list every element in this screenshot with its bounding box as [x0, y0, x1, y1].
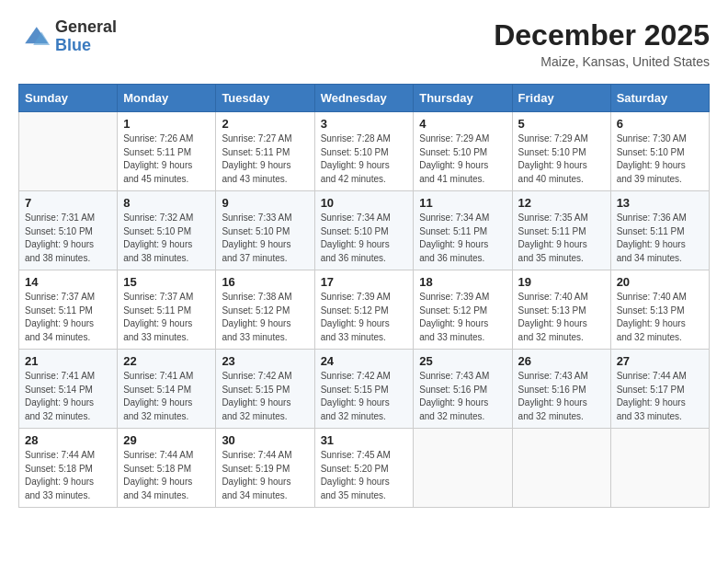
calendar-cell: 7Sunrise: 7:31 AM Sunset: 5:10 PM Daylig… [19, 191, 118, 270]
day-number: 12 [518, 196, 605, 210]
day-info: Sunrise: 7:44 AM Sunset: 5:18 PM Dayligh… [25, 449, 111, 502]
weekday-header-thursday: Thursday [414, 85, 512, 112]
day-info: Sunrise: 7:43 AM Sunset: 5:16 PM Dayligh… [419, 370, 506, 423]
calendar-cell: 27Sunrise: 7:44 AM Sunset: 5:17 PM Dayli… [610, 350, 709, 429]
calendar-cell: 4Sunrise: 7:29 AM Sunset: 5:10 PM Daylig… [414, 112, 512, 191]
day-number: 15 [123, 275, 210, 289]
calendar-table: SundayMondayTuesdayWednesdayThursdayFrid… [18, 84, 710, 508]
calendar-cell: 26Sunrise: 7:43 AM Sunset: 5:16 PM Dayli… [512, 350, 610, 429]
calendar-cell: 10Sunrise: 7:34 AM Sunset: 5:10 PM Dayli… [314, 191, 414, 270]
calendar-cell: 13Sunrise: 7:36 AM Sunset: 5:11 PM Dayli… [610, 191, 709, 270]
day-number: 10 [321, 196, 408, 210]
weekday-header-sunday: Sunday [19, 85, 118, 112]
day-info: Sunrise: 7:39 AM Sunset: 5:12 PM Dayligh… [321, 291, 408, 344]
day-number: 17 [321, 275, 408, 289]
calendar-cell: 22Sunrise: 7:41 AM Sunset: 5:14 PM Dayli… [118, 350, 216, 429]
day-info: Sunrise: 7:29 AM Sunset: 5:10 PM Dayligh… [419, 132, 506, 186]
calendar-cell: 21Sunrise: 7:41 AM Sunset: 5:14 PM Dayli… [19, 350, 118, 429]
day-number: 21 [25, 354, 111, 368]
calendar-cell: 24Sunrise: 7:42 AM Sunset: 5:15 PM Dayli… [314, 350, 414, 429]
day-info: Sunrise: 7:34 AM Sunset: 5:10 PM Dayligh… [321, 212, 408, 265]
calendar-cell: 25Sunrise: 7:43 AM Sunset: 5:16 PM Dayli… [414, 350, 512, 429]
day-info: Sunrise: 7:29 AM Sunset: 5:10 PM Dayligh… [518, 132, 605, 186]
weekday-header-wednesday: Wednesday [314, 85, 414, 112]
day-info: Sunrise: 7:31 AM Sunset: 5:10 PM Dayligh… [25, 212, 111, 265]
logo-text: General Blue [55, 18, 117, 55]
calendar-cell: 30Sunrise: 7:44 AM Sunset: 5:19 PM Dayli… [216, 429, 314, 508]
calendar-cell: 9Sunrise: 7:33 AM Sunset: 5:10 PM Daylig… [216, 191, 314, 270]
day-info: Sunrise: 7:26 AM Sunset: 5:11 PM Dayligh… [123, 132, 210, 186]
day-info: Sunrise: 7:39 AM Sunset: 5:12 PM Dayligh… [419, 291, 506, 344]
day-info: Sunrise: 7:42 AM Sunset: 5:15 PM Dayligh… [222, 370, 308, 423]
calendar-cell: 31Sunrise: 7:45 AM Sunset: 5:20 PM Dayli… [314, 429, 414, 508]
calendar-cell: 15Sunrise: 7:37 AM Sunset: 5:11 PM Dayli… [118, 270, 216, 350]
day-number: 9 [222, 196, 308, 210]
day-info: Sunrise: 7:37 AM Sunset: 5:11 PM Dayligh… [25, 291, 111, 344]
calendar-cell: 14Sunrise: 7:37 AM Sunset: 5:11 PM Dayli… [19, 270, 118, 350]
calendar-cell: 12Sunrise: 7:35 AM Sunset: 5:11 PM Dayli… [512, 191, 610, 270]
page-header: General Blue December 2025 Maize, Kansas… [18, 18, 710, 69]
weekday-header-friday: Friday [512, 85, 610, 112]
day-info: Sunrise: 7:41 AM Sunset: 5:14 PM Dayligh… [25, 370, 111, 423]
weekday-header-tuesday: Tuesday [216, 85, 314, 112]
day-number: 14 [25, 275, 111, 289]
day-number: 18 [419, 275, 506, 289]
day-number: 8 [123, 196, 210, 210]
calendar-week-row: 1Sunrise: 7:26 AM Sunset: 5:11 PM Daylig… [19, 112, 710, 191]
weekday-header-saturday: Saturday [610, 85, 709, 112]
calendar-cell: 5Sunrise: 7:29 AM Sunset: 5:10 PM Daylig… [512, 112, 610, 191]
day-info: Sunrise: 7:40 AM Sunset: 5:13 PM Dayligh… [518, 291, 605, 344]
day-number: 30 [222, 433, 308, 447]
calendar-week-row: 28Sunrise: 7:44 AM Sunset: 5:18 PM Dayli… [19, 429, 710, 508]
day-info: Sunrise: 7:28 AM Sunset: 5:10 PM Dayligh… [321, 132, 408, 186]
calendar-cell: 23Sunrise: 7:42 AM Sunset: 5:15 PM Dayli… [216, 350, 314, 429]
day-info: Sunrise: 7:40 AM Sunset: 5:13 PM Dayligh… [617, 291, 703, 344]
logo-icon [18, 20, 51, 53]
month-year-title: December 2025 [494, 18, 710, 52]
day-info: Sunrise: 7:44 AM Sunset: 5:18 PM Dayligh… [123, 449, 210, 502]
calendar-week-row: 14Sunrise: 7:37 AM Sunset: 5:11 PM Dayli… [19, 270, 710, 350]
day-info: Sunrise: 7:44 AM Sunset: 5:17 PM Dayligh… [617, 370, 703, 423]
day-info: Sunrise: 7:33 AM Sunset: 5:10 PM Dayligh… [222, 212, 308, 265]
day-number: 11 [419, 196, 506, 210]
day-info: Sunrise: 7:37 AM Sunset: 5:11 PM Dayligh… [123, 291, 210, 344]
logo: General Blue [18, 18, 117, 55]
day-info: Sunrise: 7:45 AM Sunset: 5:20 PM Dayligh… [321, 449, 408, 502]
day-number: 4 [419, 117, 506, 131]
day-info: Sunrise: 7:44 AM Sunset: 5:19 PM Dayligh… [222, 449, 308, 502]
calendar-cell: 2Sunrise: 7:27 AM Sunset: 5:11 PM Daylig… [216, 112, 314, 191]
day-number: 31 [321, 433, 408, 447]
calendar-cell: 18Sunrise: 7:39 AM Sunset: 5:12 PM Dayli… [414, 270, 512, 350]
day-info: Sunrise: 7:38 AM Sunset: 5:12 PM Dayligh… [222, 291, 308, 344]
calendar-cell [512, 429, 610, 508]
calendar-week-row: 21Sunrise: 7:41 AM Sunset: 5:14 PM Dayli… [19, 350, 710, 429]
day-number: 24 [321, 354, 408, 368]
title-area: December 2025 Maize, Kansas, United Stat… [494, 18, 710, 69]
day-number: 26 [518, 354, 605, 368]
calendar-cell: 1Sunrise: 7:26 AM Sunset: 5:11 PM Daylig… [118, 112, 216, 191]
calendar-cell: 3Sunrise: 7:28 AM Sunset: 5:10 PM Daylig… [314, 112, 414, 191]
day-number: 22 [123, 354, 210, 368]
day-number: 2 [222, 117, 308, 131]
weekday-header-monday: Monday [118, 85, 216, 112]
calendar-header-row: SundayMondayTuesdayWednesdayThursdayFrid… [19, 85, 710, 112]
day-number: 25 [419, 354, 506, 368]
day-number: 13 [617, 196, 703, 210]
day-info: Sunrise: 7:34 AM Sunset: 5:11 PM Dayligh… [419, 212, 506, 265]
location-subtitle: Maize, Kansas, United States [494, 54, 710, 69]
calendar-cell: 29Sunrise: 7:44 AM Sunset: 5:18 PM Dayli… [118, 429, 216, 508]
calendar-cell [19, 112, 118, 191]
day-number: 19 [518, 275, 605, 289]
day-info: Sunrise: 7:27 AM Sunset: 5:11 PM Dayligh… [222, 132, 308, 186]
day-number: 20 [617, 275, 703, 289]
day-info: Sunrise: 7:42 AM Sunset: 5:15 PM Dayligh… [321, 370, 408, 423]
calendar-cell [610, 429, 709, 508]
day-info: Sunrise: 7:30 AM Sunset: 5:10 PM Dayligh… [617, 132, 703, 186]
day-number: 28 [25, 433, 111, 447]
calendar-cell: 20Sunrise: 7:40 AM Sunset: 5:13 PM Dayli… [610, 270, 709, 350]
day-number: 5 [518, 117, 605, 131]
calendar-cell: 6Sunrise: 7:30 AM Sunset: 5:10 PM Daylig… [610, 112, 709, 191]
calendar-cell: 19Sunrise: 7:40 AM Sunset: 5:13 PM Dayli… [512, 270, 610, 350]
day-number: 27 [617, 354, 703, 368]
calendar-cell: 16Sunrise: 7:38 AM Sunset: 5:12 PM Dayli… [216, 270, 314, 350]
